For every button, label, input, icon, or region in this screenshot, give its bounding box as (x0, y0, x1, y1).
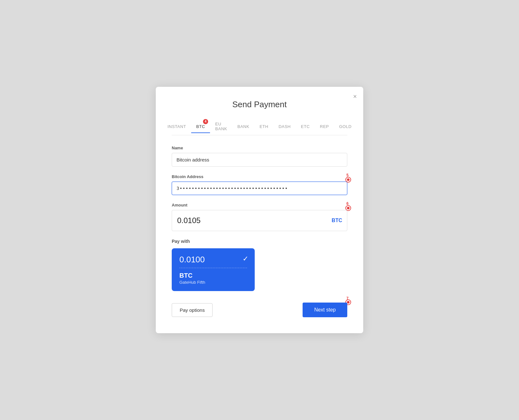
pay-with-label: Pay with (172, 239, 347, 244)
payment-card-bank: GateHub Fifth (179, 280, 247, 285)
amount-currency: BTC (332, 218, 342, 223)
pay-options-button[interactable]: Pay options (172, 303, 213, 317)
close-button[interactable]: × (353, 93, 357, 100)
next-step-wrapper: 7 Next step (303, 303, 347, 317)
bitcoin-address-label: Bitcoin Address (172, 174, 347, 179)
tab-dash[interactable]: DASH (274, 122, 296, 133)
amount-section: Amount 6 BTC (172, 203, 347, 231)
name-input[interactable] (172, 153, 347, 167)
tab-eu-bank[interactable]: EU BANK (210, 119, 232, 135)
payment-card-currency: BTC (179, 272, 247, 279)
name-section: Name (172, 146, 347, 167)
payment-card-amount: 0.0100 (179, 255, 247, 265)
bitcoin-address-section: Bitcoin Address 5 (172, 174, 347, 195)
modal-title: Send Payment (172, 100, 347, 109)
payment-card-divider (179, 268, 247, 268)
payment-card[interactable]: 0.0100 ✓ BTC GateHub Fifth (172, 248, 255, 291)
modal-backdrop: × Send Payment INSTANT BTC 4 EU BANK BAN… (0, 0, 519, 420)
name-label: Name (172, 146, 347, 150)
pay-with-section: Pay with 0.0100 ✓ BTC GateHub Fifth (172, 239, 347, 291)
tab-etc[interactable]: ETC (296, 122, 315, 133)
tab-rep[interactable]: REP (315, 122, 334, 133)
bitcoin-address-input[interactable] (172, 182, 347, 195)
tab-btc-badge: 4 (203, 119, 208, 124)
tab-eth[interactable]: ETH (254, 122, 274, 133)
tab-instant[interactable]: INSTANT (162, 122, 191, 133)
tab-btc[interactable]: BTC 4 (191, 122, 210, 133)
tab-gold[interactable]: GOLD (334, 122, 357, 133)
next-step-button[interactable]: Next step (303, 303, 347, 317)
amount-wrapper: BTC (172, 210, 347, 231)
send-payment-modal: × Send Payment INSTANT BTC 4 EU BANK BAN… (156, 87, 363, 333)
amount-input[interactable] (172, 210, 347, 231)
tabs-container: INSTANT BTC 4 EU BANK BANK ETH DASH ETC … (172, 119, 347, 135)
annotation-dot-5 (345, 177, 351, 183)
modal-footer: Pay options 7 Next step (172, 303, 347, 317)
tab-bank[interactable]: BANK (232, 122, 254, 133)
amount-label: Amount (172, 203, 347, 207)
payment-card-check-icon: ✓ (243, 255, 248, 263)
